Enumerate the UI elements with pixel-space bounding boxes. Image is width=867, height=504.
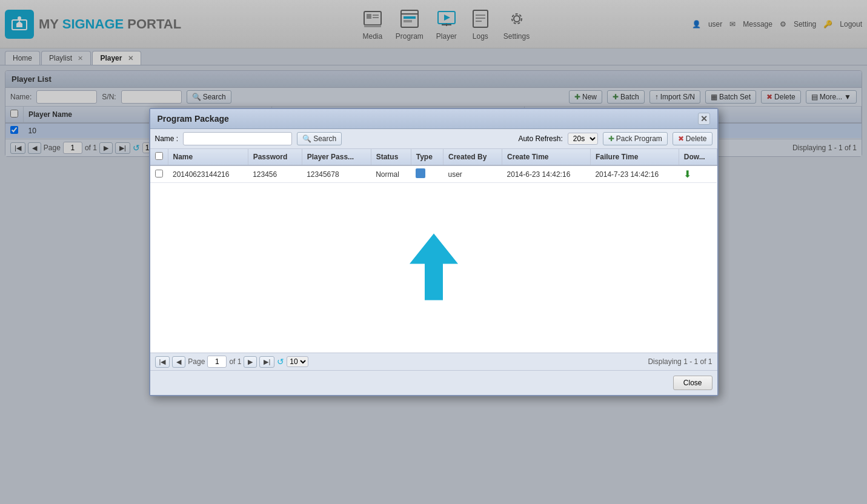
dialog-delete-btn[interactable]: ✖ Delete <box>673 132 713 145</box>
auto-refresh-label: Auto Refresh: <box>518 134 562 143</box>
dialog-table: Name Password Player Pass... Status Type… <box>150 149 717 162</box>
auto-refresh-select[interactable]: 5s 10s 20s 30s 60s Off <box>568 133 598 145</box>
dialog-overlay: Program Package ✕ Name : 🔍 Search Auto R… <box>0 0 867 162</box>
dialog-title-bar: Program Package ✕ <box>150 109 717 129</box>
dialog-name-label: Name : <box>155 134 179 143</box>
dialog-col-name: Name <box>168 149 248 162</box>
program-package-dialog: Program Package ✕ Name : 🔍 Search Auto R… <box>149 108 719 162</box>
dialog-toolbar: Name : 🔍 Search Auto Refresh: 5s 10s 20s… <box>150 129 717 149</box>
dialog-col-download: Dow... <box>679 149 717 162</box>
dialog-name-input[interactable] <box>183 132 292 145</box>
dialog-col-create-time: Create Time <box>502 149 591 162</box>
dialog-col-player-pass: Player Pass... <box>302 149 371 162</box>
dialog-close-x[interactable]: ✕ <box>698 113 710 125</box>
dialog-col-type: Type <box>411 149 443 162</box>
pack-program-btn[interactable]: ✚ Pack Program <box>603 132 668 145</box>
dialog-title-text: Program Package <box>158 114 229 124</box>
dialog-select-all[interactable] <box>155 152 163 160</box>
dialog-col-status: Status <box>371 149 411 162</box>
dialog-search-icon: 🔍 <box>302 134 311 143</box>
pack-icon: ✚ <box>608 134 614 143</box>
dialog-table-container: Name Password Player Pass... Status Type… <box>150 149 717 162</box>
dialog-delete-icon: ✖ <box>678 134 684 143</box>
dialog-col-check <box>150 149 168 162</box>
dialog-col-failure-time: Failure Time <box>590 149 679 162</box>
dialog-search-btn[interactable]: 🔍 Search <box>297 132 342 145</box>
dialog-col-created-by: Created By <box>443 149 502 162</box>
dialog-col-password: Password <box>248 149 302 162</box>
